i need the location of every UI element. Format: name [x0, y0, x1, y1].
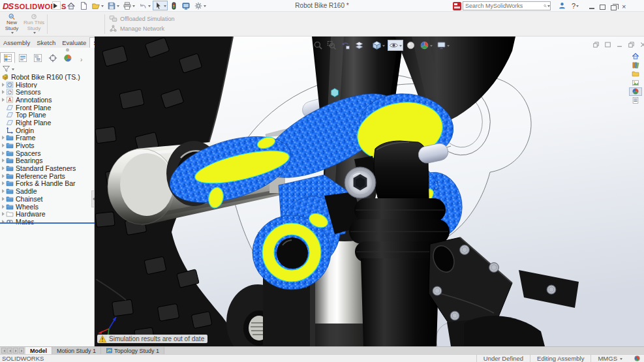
document-window-controls	[592, 41, 644, 48]
minimize-button[interactable]	[589, 8, 594, 9]
tree-item-forks-handle-bar[interactable]: Forks & Handle Bar	[0, 180, 95, 188]
appearances-scenes-tab[interactable]	[629, 87, 642, 96]
dimxpertmanager-tab[interactable]	[45, 52, 60, 63]
heads-up-view-toolbar	[312, 40, 451, 51]
tree-item-right-plane[interactable]: Right Plane	[0, 119, 95, 127]
statusbar-app-label: SOLIDWORKS	[2, 355, 44, 362]
warning-text: Simulation results are out of date	[109, 335, 204, 342]
user-account-icon[interactable]	[558, 1, 566, 10]
tab-scroll-last[interactable]	[19, 348, 24, 354]
title-bar: DS SOLIDWORKS Robot Bike R160 * ? ×	[0, 0, 644, 12]
new-study-button[interactable]: New Study	[1, 13, 22, 35]
feature-manager-panel: › Robot Bike R160 (TS.) History Sensors …	[0, 48, 95, 346]
editing-mode: Editing Assembly	[530, 355, 590, 362]
simulation-warning: Simulation results are out of date	[97, 335, 207, 343]
previous-view-button[interactable]	[339, 40, 352, 51]
tree-item-mates[interactable]: Mates	[0, 218, 95, 226]
apply-scene-button[interactable]	[418, 40, 434, 51]
tab-scroll-first[interactable]	[1, 348, 7, 354]
doc-minimize-icon[interactable]	[616, 41, 623, 48]
zoom-to-fit-button[interactable]	[312, 40, 324, 51]
hide-show-items-button[interactable]	[388, 40, 403, 51]
zoom-to-area-button[interactable]	[326, 40, 338, 51]
tab-motion-study-1[interactable]: Motion Study 1	[52, 347, 101, 354]
tab-assembly[interactable]: Assembly	[0, 37, 33, 48]
warning-icon	[99, 335, 106, 342]
tab-scroll-buttons	[0, 347, 25, 354]
task-pane-strip	[628, 52, 643, 104]
topology-study-icon	[106, 347, 113, 354]
doc-close-icon[interactable]	[639, 41, 644, 48]
tree-item-top-plane[interactable]: Top Plane	[0, 111, 95, 119]
featuremanager-tab[interactable]	[0, 52, 15, 63]
tree-item-standard-fasteners[interactable]: Standard Fasteners	[0, 164, 95, 172]
section-view-button[interactable]	[353, 40, 365, 51]
manager-tabs-expand-arrow[interactable]: ›	[80, 56, 82, 63]
tree-item-reference-parts[interactable]: Reference Parts	[0, 172, 95, 180]
tab-topology-study-1[interactable]: Topology Study 1	[101, 347, 164, 354]
offloaded-simulation-button[interactable]: Offloaded Simulation	[109, 14, 174, 23]
restore-button[interactable]	[611, 5, 617, 10]
tree-item-origin[interactable]: Origin	[0, 127, 95, 134]
search-input[interactable]	[463, 3, 544, 9]
solidworks-resources-tab[interactable]	[629, 52, 642, 61]
study-tab-bar: Model Motion Study 1 Topology Study 1	[0, 346, 644, 354]
simulation-ribbon: New Study Run This Study Offloaded Simul…	[0, 12, 644, 37]
close-button[interactable]: ×	[622, 3, 626, 10]
edit-appearance-button[interactable]	[405, 40, 417, 51]
tab-evaluate[interactable]: Evaluate	[59, 37, 89, 48]
design-library-tab[interactable]	[629, 61, 642, 70]
search-dropdown-caret[interactable]	[547, 5, 550, 8]
tab-scroll-next[interactable]	[13, 348, 18, 354]
tree-item-front-plane[interactable]: Front Plane	[0, 104, 95, 112]
search-icon[interactable]	[544, 2, 547, 10]
fastener-marker	[331, 89, 338, 97]
feature-tree: Robot Bike R160 (TS.) History Sensors An…	[0, 73, 95, 226]
propertymanager-tab[interactable]	[15, 52, 30, 63]
manager-tab-strip: ›	[0, 52, 95, 63]
graphics-viewport[interactable]: Simulation results are out of date	[95, 37, 644, 346]
tab-model[interactable]: Model	[25, 347, 52, 354]
doc-maximize-icon[interactable]	[604, 41, 611, 48]
manage-network-button[interactable]: Manage Network	[109, 24, 164, 33]
tree-item-chainset[interactable]: Chainset	[0, 195, 95, 203]
tree-root-label: Robot Bike R160 (TS.)	[11, 73, 80, 81]
tree-filter[interactable]	[2, 65, 14, 73]
status-bar: SOLIDWORKS Under Defined Editing Assembl…	[0, 354, 644, 362]
rollback-bar[interactable]	[0, 222, 95, 224]
tree-item-saddle[interactable]: Saddle	[0, 187, 95, 195]
run-this-study-button[interactable]: Run This Study	[23, 13, 44, 35]
tree-item-spacers[interactable]: Spacers	[0, 149, 95, 157]
tree-item-pivots[interactable]: Pivots	[0, 142, 95, 149]
mysolidworks-icon[interactable]	[453, 2, 461, 10]
search-box[interactable]	[463, 1, 551, 10]
help-button[interactable]: ?	[572, 2, 579, 10]
doc-restore-icon[interactable]	[592, 41, 600, 48]
custom-properties-tab[interactable]	[629, 97, 642, 105]
view-orientation-button[interactable]	[371, 40, 386, 51]
tab-scroll-prev[interactable]	[7, 348, 12, 354]
tree-item-sensors[interactable]: Sensors	[0, 88, 95, 96]
tree-item-wheels[interactable]: Wheels	[0, 203, 95, 211]
filter-caret	[12, 68, 14, 72]
maximize-button[interactable]	[600, 5, 606, 10]
tree-item-bearings[interactable]: Bearings	[0, 157, 95, 165]
tree-item-annotations[interactable]: Annotations	[0, 96, 95, 104]
tag-icon[interactable]	[634, 355, 640, 361]
displaymanager-tab[interactable]	[60, 52, 75, 63]
offloaded-simulation-icon	[109, 14, 117, 23]
tab-sketch[interactable]: Sketch	[33, 37, 59, 48]
view-palette-tab[interactable]	[629, 79, 642, 87]
file-explorer-tab[interactable]	[629, 70, 642, 78]
doc-restore2-icon[interactable]	[628, 41, 635, 48]
constraint-status: Under Defined	[476, 355, 530, 362]
configurationmanager-tab[interactable]	[30, 52, 45, 63]
tree-item-frame[interactable]: Frame	[0, 134, 95, 142]
tree-item-hardware[interactable]: Hardware	[0, 210, 95, 218]
view-settings-button[interactable]	[435, 40, 451, 51]
tree-item-history[interactable]: History	[0, 81, 95, 89]
manage-network-icon	[109, 24, 117, 33]
tree-root-assembly[interactable]: Robot Bike R160 (TS.)	[0, 73, 95, 81]
3d-model-scene	[95, 37, 644, 346]
units-selector[interactable]: MMGS	[590, 355, 629, 362]
